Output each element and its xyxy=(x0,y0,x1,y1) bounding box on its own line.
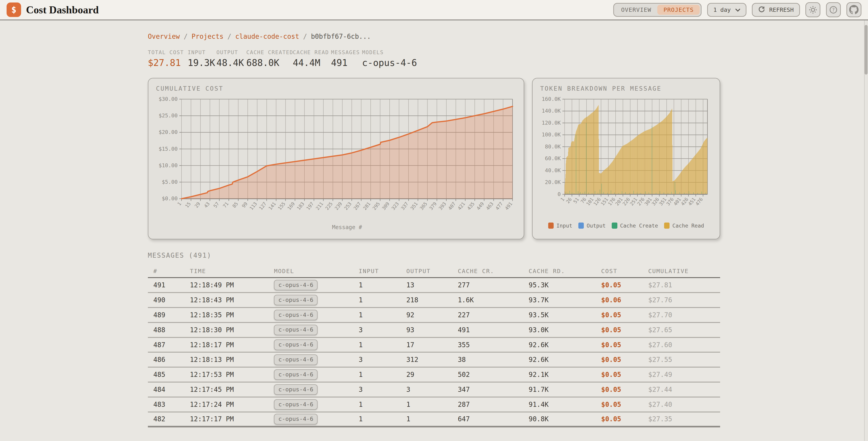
row-time: 12:17:24 PM xyxy=(190,401,274,408)
row-time: 12:18:49 PM xyxy=(190,281,274,289)
model-badge: c-opus-4-6 xyxy=(274,399,317,410)
row-time: 12:17:17 PM xyxy=(190,415,274,423)
row-cost: $0.06 xyxy=(601,296,648,304)
github-button[interactable] xyxy=(846,2,861,17)
stat-input: INPUT19.3K xyxy=(188,49,216,68)
token-breakdown-title: TOKEN BREAKDOWN PER MESSAGE xyxy=(540,85,712,92)
row-cache-created: 1.6K xyxy=(458,296,528,304)
svg-text:226: 226 xyxy=(621,197,631,207)
row-time: 12:18:43 PM xyxy=(190,296,274,304)
svg-text:301: 301 xyxy=(644,197,653,207)
main-content: Overview/Projects/claude-code-cost/b0bfb… xyxy=(148,33,720,428)
table-row[interactable]: 48212:17:17 PMc-opus-4-61164790.8K$0.05$… xyxy=(148,412,720,428)
table-row[interactable]: 48512:17:53 PMc-opus-4-612950292.1K$0.05… xyxy=(148,368,720,382)
breadcrumb-separator: / xyxy=(227,33,231,40)
row-output: 1 xyxy=(406,401,458,408)
svg-text:141: 141 xyxy=(268,201,277,211)
messages-table: #TIMEMODELINPUTOUTPUTCACHE CR.CACHE RD.C… xyxy=(148,265,720,427)
svg-text:$25.00: $25.00 xyxy=(159,112,178,118)
svg-text:140.0K: 140.0K xyxy=(541,108,561,114)
svg-text:99: 99 xyxy=(241,201,249,209)
svg-text:151: 151 xyxy=(600,197,609,207)
svg-text:160.0K: 160.0K xyxy=(541,96,561,102)
breadcrumb-link[interactable]: Overview xyxy=(148,33,180,40)
svg-text:176: 176 xyxy=(607,197,617,207)
column-header: CACHE CR. xyxy=(458,268,528,274)
row-number: 483 xyxy=(153,401,190,408)
row-model: c-opus-4-6 xyxy=(274,280,359,290)
svg-text:85: 85 xyxy=(231,201,239,209)
svg-text:435: 435 xyxy=(466,201,476,211)
scrollbar-thumb[interactable] xyxy=(865,25,867,75)
legend-label: Output xyxy=(587,223,606,229)
stat-label: CACHE CREATED xyxy=(246,49,293,55)
row-time: 12:18:30 PM xyxy=(190,326,274,334)
svg-text:?: ? xyxy=(832,7,835,13)
row-time: 12:18:35 PM xyxy=(190,311,274,319)
stat-label: CACHE READ xyxy=(293,49,331,55)
chart-legend: InputOutputCache CreateCache Read xyxy=(540,223,712,229)
row-cumulative: $27.49 xyxy=(648,371,720,378)
table-row[interactable]: 48312:17:24 PMc-opus-4-61128791.4K$0.05$… xyxy=(148,398,720,412)
svg-text:Message #: Message # xyxy=(332,224,362,231)
cumulative-cost-chart: 1152943577185991131271411551691831972112… xyxy=(156,95,516,232)
model-badge: c-opus-4-6 xyxy=(274,414,317,424)
svg-text:127: 127 xyxy=(258,201,268,211)
row-cache-read: 92.6K xyxy=(529,341,601,349)
table-row[interactable]: 48812:18:30 PMc-opus-4-639349193.0K$0.05… xyxy=(148,323,720,338)
row-model: c-opus-4-6 xyxy=(274,384,359,395)
row-input: 1 xyxy=(359,281,406,289)
help-icon: ? xyxy=(829,6,838,14)
row-cost: $0.05 xyxy=(601,371,648,378)
breadcrumb-link[interactable]: Projects xyxy=(191,33,223,40)
row-cost: $0.05 xyxy=(601,401,648,408)
dollar-logo-icon: $ xyxy=(7,2,21,17)
row-cache-created: 347 xyxy=(458,386,528,394)
header-controls: OVERVIEW PROJECTS 1 day REFRESH xyxy=(613,2,861,17)
legend-item-output: Output xyxy=(578,223,606,229)
row-number: 491 xyxy=(153,281,190,289)
column-header: TIME xyxy=(190,268,274,274)
svg-text:421: 421 xyxy=(457,201,466,211)
row-model: c-opus-4-6 xyxy=(274,325,359,335)
theme-toggle-button[interactable] xyxy=(805,2,820,17)
table-row[interactable]: 49012:18:43 PMc-opus-4-612181.6K93.7K$0.… xyxy=(148,293,720,308)
svg-text:351: 351 xyxy=(658,197,668,207)
charts-row: CUMULATIVE COST 115294357718599113127141… xyxy=(148,78,720,240)
table-row[interactable]: 48912:18:35 PMc-opus-4-619222793.5K$0.05… xyxy=(148,308,720,323)
row-cost: $0.05 xyxy=(601,311,648,319)
row-cache-read: 93.7K xyxy=(529,296,601,304)
column-header: MODEL xyxy=(274,268,359,274)
row-output: 3 xyxy=(406,386,458,394)
svg-text:15: 15 xyxy=(184,201,192,209)
stat-total-cost: TOTAL COST$27.81 xyxy=(148,49,188,68)
table-row[interactable]: 48412:17:45 PMc-opus-4-63334791.7K$0.05$… xyxy=(148,382,720,398)
tab-overview[interactable]: OVERVIEW xyxy=(615,5,657,15)
row-time: 12:18:13 PM xyxy=(190,356,274,364)
scrollbar[interactable] xyxy=(864,21,868,441)
model-badge: c-opus-4-6 xyxy=(274,339,317,350)
token-breakdown-panel: TOKEN BREAKDOWN PER MESSAGE 126517610112… xyxy=(532,78,720,240)
row-output: 92 xyxy=(406,311,458,319)
column-header: # xyxy=(153,268,190,274)
refresh-button[interactable]: REFRESH xyxy=(752,3,800,17)
help-button[interactable]: ? xyxy=(826,2,841,17)
table-row[interactable]: 48612:18:13 PMc-opus-4-633123892.6K$0.05… xyxy=(148,352,720,368)
legend-swatch xyxy=(548,223,554,229)
row-number: 487 xyxy=(153,341,190,349)
svg-text:126: 126 xyxy=(592,197,602,207)
row-output: 1 xyxy=(406,415,458,423)
tab-projects[interactable]: PROJECTS xyxy=(657,5,700,15)
breadcrumb-link[interactable]: claude-code-cost xyxy=(235,33,299,40)
stat-label: MODELS xyxy=(362,49,417,55)
table-row[interactable]: 49112:18:49 PMc-opus-4-611327795.3K$0.05… xyxy=(148,278,720,293)
svg-text:407: 407 xyxy=(447,201,457,211)
range-select[interactable]: 1 day xyxy=(707,3,746,17)
legend-swatch xyxy=(664,223,670,229)
row-cache-created: 355 xyxy=(458,341,528,349)
row-input: 3 xyxy=(359,326,406,334)
legend-item-cache-create: Cache Create xyxy=(612,223,658,229)
row-cache-created: 502 xyxy=(458,371,528,378)
table-row[interactable]: 48712:18:17 PMc-opus-4-611735592.6K$0.05… xyxy=(148,338,720,353)
svg-text:337: 337 xyxy=(400,201,409,211)
